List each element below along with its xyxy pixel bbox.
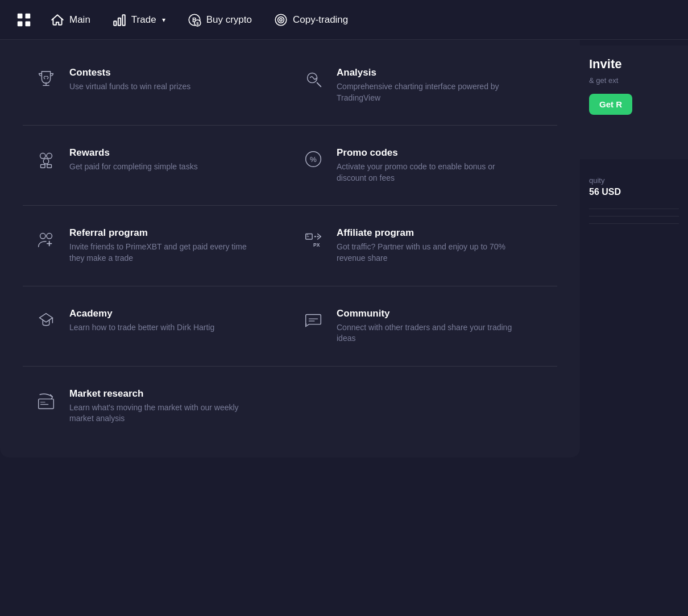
buy-crypto-nav-item[interactable]: B $ Buy crypto: [179, 8, 260, 32]
rewards-icon: [34, 147, 58, 171]
promo-text: Promo codes Activate your promo code to …: [337, 147, 519, 184]
market-research-text: Market research Learn what's moving the …: [69, 388, 251, 424]
trade-dropdown-arrow: ▾: [162, 16, 165, 24]
affiliate-title: Affiliate program: [337, 227, 519, 239]
promo-icon: %: [301, 147, 325, 171]
menu-divider-3: [23, 286, 557, 286]
affiliate-text: Affiliate program Got traffic? Partner w…: [337, 227, 519, 264]
svg-rect-26: [39, 399, 54, 409]
svg-rect-1: [26, 13, 31, 18]
analysis-icon: [301, 67, 325, 91]
menu-divider-1: [23, 125, 557, 126]
svg-point-23: [47, 234, 52, 239]
equity-lines: [589, 209, 679, 224]
academy-title: Academy: [69, 308, 214, 319]
referral-icon: [34, 227, 58, 251]
trade-nav-item[interactable]: Trade ▾: [104, 8, 173, 32]
menu-item-market-research[interactable]: Market research Learn what's moving the …: [23, 378, 290, 435]
copy-trading-nav-item[interactable]: Copy-trading: [266, 8, 356, 32]
equity-line-2: [589, 216, 679, 217]
equity-section: quity 56 USD: [580, 165, 688, 242]
menu-item-analysis[interactable]: Analysis Comprehensive charting interfac…: [290, 57, 557, 114]
copy-trading-nav-label: Copy-trading: [293, 14, 348, 26]
navbar: Main Trade ▾ B $ Buy crypto Copy-trading: [0, 0, 688, 40]
menu-empty-cell: [290, 378, 557, 435]
menu-item-promo[interactable]: % Promo codes Activate your promo code t…: [290, 137, 557, 194]
referral-desc: Invite friends to PrimeXBT and get paid …: [69, 242, 251, 264]
svg-point-15: [40, 153, 46, 159]
svg-text:PX: PX: [313, 243, 320, 248]
affiliate-icon: PX: [301, 227, 325, 251]
academy-text: Academy Learn how to trade better with D…: [69, 308, 214, 334]
promo-title: Promo codes: [337, 147, 519, 159]
trade-nav-label: Trade: [131, 14, 156, 26]
svg-point-16: [47, 153, 52, 159]
equity-label: quity: [589, 176, 679, 185]
menu-item-referral[interactable]: Referral program Invite friends to Prime…: [23, 217, 290, 274]
invite-subtitle: & get ext: [589, 76, 679, 85]
svg-point-12: [278, 16, 284, 23]
community-icon: [301, 308, 325, 332]
dropdown-menu-panel: Contests Use virtual funds to win real p…: [0, 40, 580, 457]
svg-rect-5: [118, 18, 121, 25]
analysis-title: Analysis: [337, 67, 519, 78]
get-referral-button[interactable]: Get R: [589, 94, 632, 115]
academy-icon: [34, 308, 58, 332]
community-desc: Connect with other traders and share you…: [337, 322, 519, 344]
svg-rect-0: [18, 13, 23, 18]
community-title: Community: [337, 308, 519, 319]
svg-point-17: [43, 159, 49, 164]
svg-point-11: [275, 14, 287, 26]
market-research-title: Market research: [69, 388, 251, 399]
contests-title: Contests: [69, 67, 190, 78]
analysis-desc: Comprehensive charting interface powered…: [337, 81, 519, 103]
affiliate-desc: Got traffic? Partner with us and enjoy u…: [337, 242, 519, 264]
promo-desc: Activate your promo code to enable bonus…: [337, 161, 519, 184]
svg-rect-24: [306, 234, 312, 240]
grid-menu-button[interactable]: [11, 7, 36, 32]
rewards-title: Rewards: [69, 147, 198, 159]
rewards-text: Rewards Get paid for completing simple t…: [69, 147, 198, 173]
market-research-icon: [34, 388, 58, 412]
svg-rect-6: [122, 15, 125, 25]
analysis-text: Analysis Comprehensive charting interfac…: [337, 67, 519, 103]
menu-item-academy[interactable]: Academy Learn how to trade better with D…: [23, 298, 290, 355]
menu-divider-4: [23, 366, 557, 367]
contests-desc: Use virtual funds to win real prizes: [69, 81, 190, 93]
svg-point-22: [40, 234, 46, 239]
equity-line-3: [589, 223, 679, 224]
svg-rect-2: [18, 21, 23, 26]
equity-line-1: [589, 209, 679, 209]
main-nav-item[interactable]: Main: [42, 8, 98, 32]
menu-item-community[interactable]: Community Connect with other traders and…: [290, 298, 557, 355]
referral-text: Referral program Invite friends to Prime…: [69, 227, 251, 264]
svg-point-13: [280, 18, 282, 20]
menu-grid: Contests Use virtual funds to win real p…: [23, 57, 557, 435]
referral-title: Referral program: [69, 227, 251, 239]
buy-crypto-nav-label: Buy crypto: [206, 14, 252, 26]
svg-rect-19: [47, 165, 52, 168]
rewards-desc: Get paid for completing simple tasks: [69, 161, 198, 173]
academy-desc: Learn how to trade better with Dirk Hart…: [69, 322, 214, 334]
menu-item-rewards[interactable]: Rewards Get paid for completing simple t…: [23, 137, 290, 194]
svg-rect-4: [114, 21, 116, 26]
svg-text:%: %: [310, 155, 317, 164]
svg-rect-3: [26, 21, 31, 26]
right-panel: drawal limit Invite & get ext Get R quit…: [580, 0, 688, 616]
menu-item-contests[interactable]: Contests Use virtual funds to win real p…: [23, 57, 290, 114]
invite-card: Invite & get ext Get R: [580, 45, 688, 159]
menu-divider-2: [23, 205, 557, 206]
main-nav-label: Main: [69, 14, 90, 26]
svg-rect-18: [41, 165, 45, 168]
menu-item-affiliate[interactable]: PX Affiliate program Got traffic? Partne…: [290, 217, 557, 274]
market-research-desc: Learn what's moving the market with our …: [69, 402, 251, 424]
invite-title: Invite: [589, 57, 679, 72]
svg-point-14: [308, 73, 317, 83]
community-text: Community Connect with other traders and…: [337, 308, 519, 344]
contests-text: Contests Use virtual funds to win real p…: [69, 67, 190, 93]
equity-value: 56 USD: [589, 187, 679, 197]
trophy-icon: [34, 67, 58, 91]
